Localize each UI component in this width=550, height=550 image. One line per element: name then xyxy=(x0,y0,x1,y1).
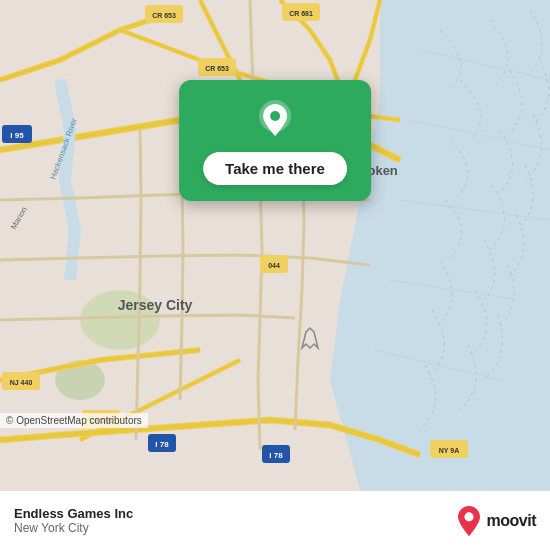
svg-text:NY 9A: NY 9A xyxy=(439,447,460,454)
location-pin-icon xyxy=(253,98,297,142)
moovit-text: moovit xyxy=(487,512,536,530)
map-container: I 95 CR 653 CR 653 CR 681 CR 685 NJ 440 … xyxy=(0,0,550,490)
svg-point-37 xyxy=(270,111,280,121)
take-me-there-button[interactable]: Take me there xyxy=(203,152,347,185)
location-name: Endless Games Inc xyxy=(14,506,133,521)
location-city: New York City xyxy=(14,521,133,535)
svg-text:CR 681: CR 681 xyxy=(289,10,313,17)
svg-point-38 xyxy=(464,512,473,521)
svg-text:NJ 440: NJ 440 xyxy=(10,379,33,386)
location-popup: Take me there xyxy=(179,80,371,201)
svg-text:044: 044 xyxy=(268,262,280,269)
moovit-logo[interactable]: moovit xyxy=(455,505,536,537)
svg-text:I 95: I 95 xyxy=(10,131,24,140)
svg-text:CR 653: CR 653 xyxy=(205,65,229,72)
svg-text:Jersey City: Jersey City xyxy=(118,297,193,313)
svg-text:CR 653: CR 653 xyxy=(152,12,176,19)
svg-text:I 78: I 78 xyxy=(155,440,169,449)
location-info: Endless Games Inc New York City xyxy=(14,506,133,535)
svg-text:I 78: I 78 xyxy=(269,451,283,460)
moovit-pin-icon xyxy=(455,505,483,537)
copyright-text: © OpenStreetMap contributors xyxy=(0,413,148,428)
info-bar: Endless Games Inc New York City moovit xyxy=(0,490,550,550)
